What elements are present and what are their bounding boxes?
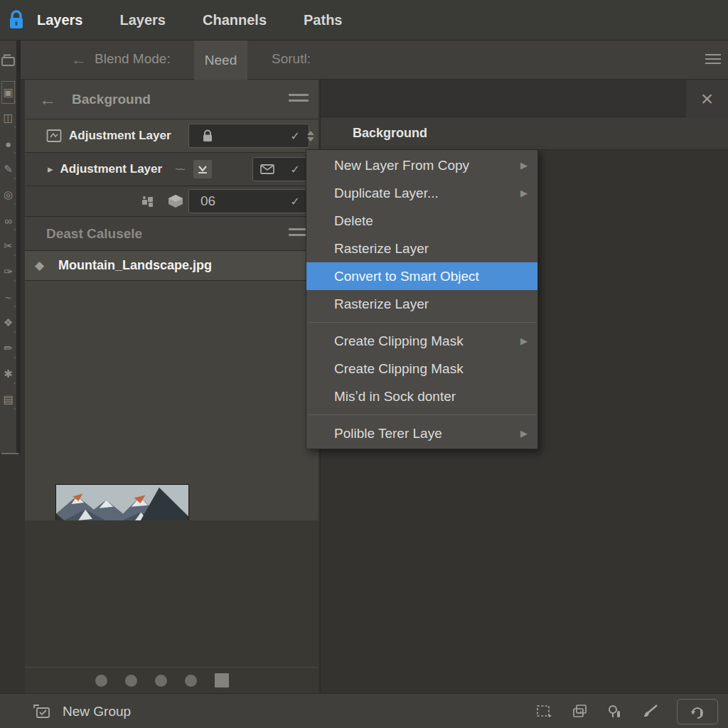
submenu-arrow-icon: ▶ xyxy=(520,428,528,439)
mask-dropdown[interactable]: ✓ xyxy=(252,157,309,181)
panel-menu-icon[interactable] xyxy=(705,54,721,67)
tab-channels[interactable]: Channels xyxy=(203,12,267,28)
puzzle-icon xyxy=(140,194,156,208)
menu-item-rasterize-layer-1[interactable]: Rasterize Layer xyxy=(306,235,537,262)
transform-button[interactable] xyxy=(677,699,718,724)
adjustment-icon xyxy=(46,129,62,143)
import-button[interactable] xyxy=(193,160,212,178)
blend-mode-label: Blend Mode: xyxy=(95,51,171,67)
submenu-arrow-icon: ▶ xyxy=(520,336,528,346)
page-dot[interactable] xyxy=(155,675,167,687)
tool-icon[interactable]: ✂ xyxy=(0,233,16,259)
back-arrow-icon[interactable]: ← xyxy=(71,50,87,69)
envelope-icon xyxy=(260,164,274,174)
page-dot-square[interactable] xyxy=(215,673,229,687)
tool-icon[interactable]: ▤ xyxy=(0,387,16,412)
blend-mode-select[interactable]: Need xyxy=(194,41,247,80)
cube-icon xyxy=(167,194,184,208)
lock-icon xyxy=(0,10,33,30)
tab-paths[interactable]: Paths xyxy=(304,12,342,28)
tool-icon[interactable]: ✏ xyxy=(0,336,16,361)
background-layer-row[interactable]: Background xyxy=(321,117,728,150)
adjustment-layer-label: Adjustment Layer xyxy=(60,162,163,176)
tab-layers-2[interactable]: Layers xyxy=(120,12,166,28)
layer-context-menu: New Layer From Copy ▶ Duplicate Layer...… xyxy=(306,149,538,449)
check-icon: ✓ xyxy=(291,129,300,143)
close-button[interactable]: × xyxy=(686,80,728,117)
tool-icon[interactable]: ◎ xyxy=(0,182,16,208)
tool-icon[interactable]: ◫ xyxy=(0,105,16,131)
menu-item-convert-to-smart-object[interactable]: Convert to Smart Object xyxy=(306,262,537,290)
layer-row-mountain-landscape[interactable]: ◆ Mountain_Landscape.jpg xyxy=(25,251,318,281)
panel-header-background: ← Background xyxy=(25,80,318,119)
menu-item-create-clipping-mask-1[interactable]: Create Clipping Mask ▶ xyxy=(306,327,537,355)
tool-icon[interactable]: ∞ xyxy=(0,208,16,233)
layer-thumbnails-zone: ◆ ◆ ◆ xyxy=(25,281,318,520)
page-dot[interactable] xyxy=(95,675,107,687)
layers-panel: ← Background Adjustment Layer ✓ ▸ Adjust… xyxy=(25,80,318,693)
opacity-row[interactable]: 06 ✓ xyxy=(25,186,318,217)
menu-item-new-layer-from-copy[interactable]: New Layer From Copy ▶ xyxy=(306,151,537,179)
export-folder-icon[interactable] xyxy=(0,41,21,80)
wave-icon: ~~ xyxy=(175,164,183,175)
tool-icon[interactable]: ✑ xyxy=(0,259,16,284)
menu-separator xyxy=(308,322,536,323)
tool-icon[interactable]: ❖ xyxy=(0,310,16,336)
lock-icon xyxy=(202,129,213,142)
sort-label[interactable]: Sorutl: xyxy=(272,51,311,67)
tool-icon[interactable]: ▣ xyxy=(0,80,16,105)
check-icon: ✓ xyxy=(291,163,300,176)
layer-file-name: Mountain_Landscape.jpg xyxy=(58,258,212,273)
duplicate-layer-icon[interactable] xyxy=(572,704,589,719)
blend-mode-bar: ← Blend Mode: Need Sorutl: xyxy=(0,41,728,80)
back-arrow-icon[interactable]: ← xyxy=(39,90,56,109)
strip-divider xyxy=(1,453,18,454)
opacity-select[interactable]: 06 ✓ xyxy=(188,189,309,213)
layer-name: Background xyxy=(353,126,427,141)
submenu-arrow-icon: ▶ xyxy=(520,160,528,171)
close-icon: × xyxy=(701,88,714,109)
new-group-label: New Group xyxy=(63,704,131,719)
page-dot[interactable] xyxy=(125,675,137,687)
rotate-icon xyxy=(689,704,706,719)
new-group-icon xyxy=(33,704,51,719)
adjustment-layer-row-1[interactable]: Adjustment Layer ✓ xyxy=(25,119,318,153)
menu-item-delete[interactable]: Delete xyxy=(306,207,537,235)
menu-item-misd-in-sock-donter[interactable]: Misʼd in Sock donter xyxy=(306,382,537,410)
menu-item-duplicate-layer[interactable]: Duplicate Layer... ▶ xyxy=(306,179,537,207)
tab-layers-1[interactable]: Layers xyxy=(37,12,83,28)
check-icon: ✓ xyxy=(291,195,300,208)
menu-item-create-clipping-mask-2[interactable]: Create Clipping Mask xyxy=(306,355,537,382)
new-group-button[interactable]: New Group xyxy=(33,694,131,728)
page-dot[interactable] xyxy=(185,675,197,687)
tool-icon[interactable]: ~ xyxy=(0,284,16,310)
bottom-action-bar: New Group xyxy=(0,693,728,728)
new-selection-icon[interactable] xyxy=(536,704,553,719)
tool-icon[interactable]: ● xyxy=(0,131,16,156)
brush-icon[interactable] xyxy=(641,704,658,719)
loop-tool-icon[interactable] xyxy=(607,704,623,719)
menu-separator xyxy=(308,414,536,415)
tool-icon[interactable]: ✎ xyxy=(0,156,16,182)
page-indicator xyxy=(25,667,318,693)
lock-dropdown[interactable]: ✓ xyxy=(188,124,309,148)
menu-item-polible-terer-laye[interactable]: Polible Terer Laye ▶ xyxy=(306,419,537,447)
menu-item-rasterize-layer-2[interactable]: Rasterize Layer xyxy=(306,290,537,318)
section-header: Deast Calusele xyxy=(25,217,318,251)
opacity-value: 06 xyxy=(200,193,215,209)
tool-icon[interactable]: ✱ xyxy=(0,361,16,387)
bottom-icons xyxy=(536,694,718,728)
panel-empty-area xyxy=(25,520,318,667)
section-title: Deast Calusele xyxy=(46,226,142,242)
adjustment-layer-label: Adjustment Layer xyxy=(69,129,171,143)
canvas-header-row: × xyxy=(321,80,728,117)
layers-app-window: Layers Layers Channels Paths ← Blend Mod… xyxy=(0,0,728,728)
diamond-icon: ◆ xyxy=(35,258,44,273)
adjustment-layer-row-2[interactable]: ▸ Adjustment Layer ~~ ✓ xyxy=(25,153,318,186)
header-menu-icon[interactable] xyxy=(289,94,309,105)
expand-arrow-icon[interactable]: ▸ xyxy=(48,163,53,176)
reorder-handle[interactable] xyxy=(307,131,314,141)
submenu-arrow-icon: ▶ xyxy=(520,188,528,198)
panel-title: Background xyxy=(72,92,151,107)
panel-tab-bar: Layers Layers Channels Paths xyxy=(0,0,728,41)
